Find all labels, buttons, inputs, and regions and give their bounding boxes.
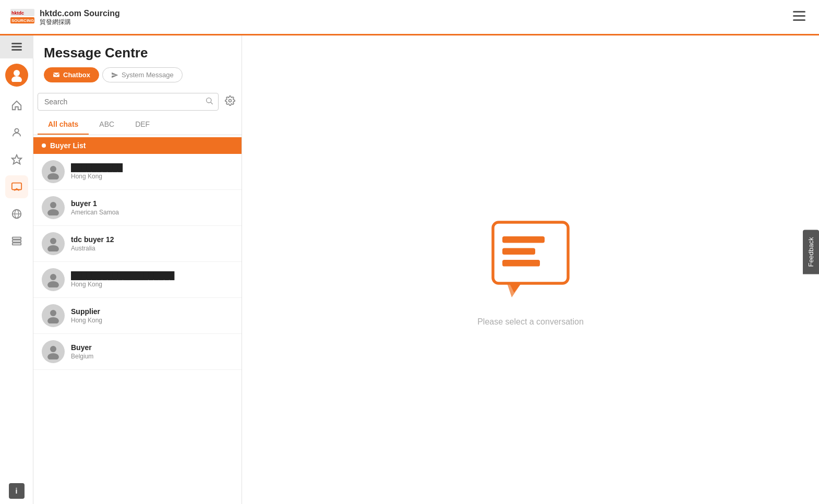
buyer-list-dot — [42, 143, 46, 148]
page-title: Message Centre — [44, 45, 231, 61]
chat-location: Belgium — [71, 353, 233, 360]
svg-point-36 — [47, 353, 59, 359]
logo-text: hktdc.com Sourcing 貿發網採購 — [40, 8, 120, 26]
nav-home-button[interactable] — [5, 94, 28, 117]
chat-name: Buyer — [71, 343, 233, 352]
chat-panel-header: Message Centre Chatbox — [33, 35, 242, 93]
svg-point-12 — [15, 129, 18, 133]
chat-avatar — [42, 268, 65, 291]
avatar-person-icon — [45, 164, 61, 179]
chat-bubble-icon — [484, 213, 577, 307]
svg-rect-39 — [502, 248, 535, 255]
list-icon — [11, 235, 22, 247]
svg-rect-6 — [793, 19, 805, 21]
avatar-person-icon — [45, 236, 61, 251]
chat-name: buyer 1 — [71, 199, 233, 208]
chat-avatar — [42, 340, 65, 363]
svg-point-31 — [50, 274, 56, 280]
svg-text:SOURCING: SOURCING — [11, 18, 34, 23]
filter-tabs: All chats ABC DEF — [33, 115, 242, 135]
svg-point-27 — [50, 202, 56, 208]
buyer-list-label: Buyer List — [50, 141, 86, 150]
search-input[interactable] — [38, 93, 219, 111]
svg-rect-8 — [11, 46, 22, 47]
chat-name: Supplier — [71, 307, 233, 316]
chat-avatar — [42, 232, 65, 255]
chatbox-tab[interactable]: Chatbox — [44, 67, 99, 82]
avatar-icon — [10, 68, 23, 82]
chat-location: Australia — [71, 245, 233, 252]
hamburger-icon — [793, 11, 805, 21]
feedback-tab[interactable]: Feedback — [803, 230, 819, 274]
chat-item[interactable]: Buyer Belgium — [33, 334, 242, 370]
svg-point-26 — [47, 173, 59, 179]
nav-list-button[interactable] — [5, 230, 28, 253]
nav-globe-button[interactable] — [5, 202, 28, 225]
svg-rect-4 — [793, 11, 805, 13]
chat-list: ██████████ Hong Kong buyer 1 — [33, 154, 242, 504]
svg-rect-38 — [502, 236, 545, 243]
svg-point-24 — [229, 99, 232, 102]
chat-name: ██████████ — [71, 163, 233, 172]
main-layout: i Message Centre Chatbox — [0, 35, 819, 504]
avatar-person-icon — [45, 200, 61, 215]
globe-icon — [11, 208, 22, 220]
svg-point-22 — [207, 98, 211, 103]
svg-point-25 — [50, 166, 56, 172]
svg-rect-5 — [793, 15, 805, 17]
svg-rect-40 — [502, 260, 540, 267]
info-button[interactable]: i — [9, 483, 25, 499]
top-header: hktdc SOURCING hktdc.com Sourcing 貿發網採購 — [0, 0, 819, 35]
svg-point-28 — [47, 209, 59, 215]
chat-location: Hong Kong — [71, 173, 233, 180]
filter-tab-abc[interactable]: ABC — [89, 115, 125, 135]
svg-rect-9 — [11, 49, 22, 51]
chat-avatar — [42, 160, 65, 183]
chat-avatar — [42, 196, 65, 219]
search-input-wrap — [38, 93, 219, 111]
chat-item[interactable]: ██████████ Hong Kong — [33, 154, 242, 190]
chat-item[interactable]: buyer 1 American Samoa — [33, 190, 242, 226]
search-bar-row — [33, 93, 242, 115]
nav-star-button[interactable] — [5, 148, 28, 171]
svg-rect-19 — [12, 240, 21, 242]
chat-avatar — [42, 304, 65, 327]
nav-expand-button[interactable] — [0, 35, 33, 58]
conversation-placeholder: Please select a conversation — [477, 213, 584, 327]
system-message-tab[interactable]: System Message — [102, 67, 183, 82]
filter-tab-all[interactable]: All chats — [38, 115, 89, 135]
logo-area: hktdc SOURCING hktdc.com Sourcing 貿發網採購 — [10, 8, 120, 26]
filter-tab-def[interactable]: DEF — [125, 115, 160, 135]
home-icon — [11, 100, 22, 111]
svg-point-34 — [47, 317, 59, 323]
svg-marker-13 — [11, 155, 21, 164]
hamburger-button[interactable] — [790, 8, 809, 26]
chat-location: Hong Kong — [71, 317, 233, 324]
nav-user-button[interactable] — [5, 121, 28, 144]
nav-message-button[interactable] — [5, 175, 28, 198]
user-avatar[interactable] — [5, 64, 28, 87]
svg-point-29 — [50, 238, 56, 244]
content-area: Message Centre Chatbox — [33, 35, 819, 504]
chat-item[interactable]: ████████████████████ Hong Kong — [33, 262, 242, 298]
chat-item[interactable]: tdc buyer 12 Australia — [33, 226, 242, 262]
chat-info: ████████████████████ Hong Kong — [71, 271, 233, 288]
chat-location: American Samoa — [71, 209, 233, 216]
envelope-icon — [53, 71, 60, 79]
svg-line-23 — [211, 102, 213, 104]
svg-point-33 — [50, 310, 56, 316]
chat-info: Supplier Hong Kong — [71, 307, 233, 324]
chat-item[interactable]: Supplier Hong Kong — [33, 298, 242, 334]
chat-info: buyer 1 American Samoa — [71, 199, 233, 216]
settings-button[interactable] — [223, 93, 237, 111]
chat-name: ████████████████████ — [71, 271, 233, 280]
sidebar-nav: i — [0, 35, 33, 504]
avatar-person-icon — [45, 272, 61, 287]
svg-point-10 — [14, 70, 20, 76]
message-icon — [11, 181, 22, 193]
avatar-person-icon — [45, 344, 61, 359]
conversation-area: Please select a conversation — [242, 35, 819, 504]
chat-info: tdc buyer 12 Australia — [71, 235, 233, 252]
svg-rect-21 — [53, 73, 59, 77]
chat-panel: Message Centre Chatbox — [33, 35, 242, 504]
